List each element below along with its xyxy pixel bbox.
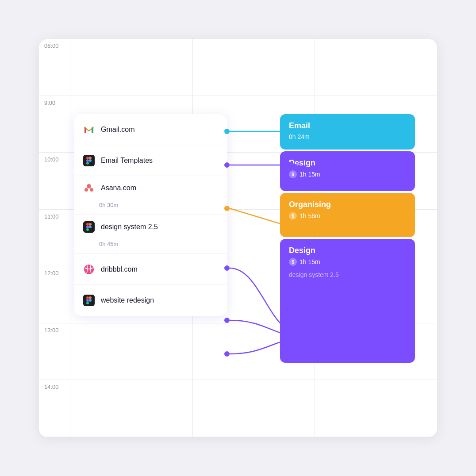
svg-rect-23 xyxy=(86,302,89,304)
svg-point-17 xyxy=(89,226,92,228)
task-item-email-templates[interactable]: Email Templates xyxy=(74,145,227,176)
block-title-email: Email xyxy=(289,121,406,131)
time-label-0800: 08:00 xyxy=(39,39,70,96)
task-name-gmail: Gmail.com xyxy=(101,126,134,134)
time-block-email[interactable]: Email 0h 24m xyxy=(280,114,415,150)
svg-point-8 xyxy=(89,159,92,162)
task-name-design-system: design system 2.5 xyxy=(101,223,158,231)
svg-rect-22 xyxy=(86,299,89,302)
money-icon-organising: $ xyxy=(289,212,297,220)
block-time-design-1: $ 1h 15m xyxy=(289,170,406,178)
task-name-asana: Asana.com xyxy=(101,184,136,192)
time-label-1300: 13:00 xyxy=(39,323,70,380)
block-subtitle-design-2: design system 2.5 xyxy=(289,271,406,278)
time-label-1200: 12:00 xyxy=(39,266,70,323)
svg-rect-21 xyxy=(89,296,92,299)
block-time-email: 0h 24m xyxy=(289,133,406,140)
svg-point-9 xyxy=(87,184,91,188)
block-time-organising: $ 1h 56m xyxy=(289,212,406,220)
task-item-gmail[interactable]: Gmail.com xyxy=(74,114,227,145)
block-title-design-2: Design xyxy=(289,246,406,255)
task-sub-time-asana: 0h 30m xyxy=(99,202,118,208)
task-item-dribbble[interactable]: dribbbl.com xyxy=(74,254,227,285)
task-list-panel: Gmail.com Email Templates xyxy=(74,114,227,316)
figma-icon-website-redesign xyxy=(83,295,95,306)
task-item-website-redesign[interactable]: website redesign xyxy=(74,285,227,316)
svg-rect-4 xyxy=(86,157,89,159)
figma-icon-email-templates xyxy=(83,155,95,166)
calendar-container: 08:00 9:00 10:00 11:00 12:00 13:00 14:00 xyxy=(39,39,437,437)
task-name-dribbble: dribbbl.com xyxy=(101,265,138,273)
asana-icon xyxy=(83,182,95,194)
svg-point-10 xyxy=(84,188,88,192)
svg-rect-16 xyxy=(86,228,89,231)
svg-rect-5 xyxy=(89,157,92,159)
svg-rect-15 xyxy=(86,226,89,228)
time-block-design-2[interactable]: Design $ 1h 15m design system 2.5 xyxy=(280,239,415,363)
svg-rect-13 xyxy=(86,223,89,226)
svg-rect-7 xyxy=(86,162,89,165)
dribbble-icon xyxy=(83,264,95,275)
grid-row: 14:00 xyxy=(39,380,437,437)
block-title-design-1: Design xyxy=(289,158,406,168)
svg-rect-14 xyxy=(89,223,92,226)
task-item-design-system[interactable]: design system 2.5 0h 45m xyxy=(74,215,227,254)
time-blocks-panel: Email 0h 24m Design $ 1h 15m Organising … xyxy=(280,114,415,365)
time-label-1100: 11:00 xyxy=(39,210,70,266)
svg-rect-20 xyxy=(86,296,89,299)
money-icon-design-1: $ xyxy=(289,170,297,178)
task-sub-time-design-system: 0h 45m xyxy=(99,241,118,247)
block-time-design-2: $ 1h 15m xyxy=(289,258,406,266)
block-title-organising: Organising xyxy=(289,200,406,209)
time-label-1400: 14:00 xyxy=(39,380,70,437)
money-icon-design-2: $ xyxy=(289,258,297,266)
time-label-1000: 10:00 xyxy=(39,153,70,209)
svg-point-11 xyxy=(90,188,93,192)
task-name-email-templates: Email Templates xyxy=(101,157,153,165)
svg-point-24 xyxy=(89,299,92,302)
time-block-organising[interactable]: Organising $ 1h 56m xyxy=(280,193,415,237)
time-label-0900: 9:00 xyxy=(39,96,70,153)
grid-row: 08:00 xyxy=(39,39,437,96)
figma-icon-design-system xyxy=(83,221,95,233)
time-block-design-1[interactable]: Design $ 1h 15m xyxy=(280,151,415,191)
task-name-website-redesign: website redesign xyxy=(101,296,154,304)
task-item-asana[interactable]: Asana.com 0h 30m xyxy=(74,176,227,215)
gmail-icon xyxy=(83,124,95,135)
svg-rect-6 xyxy=(86,159,89,162)
